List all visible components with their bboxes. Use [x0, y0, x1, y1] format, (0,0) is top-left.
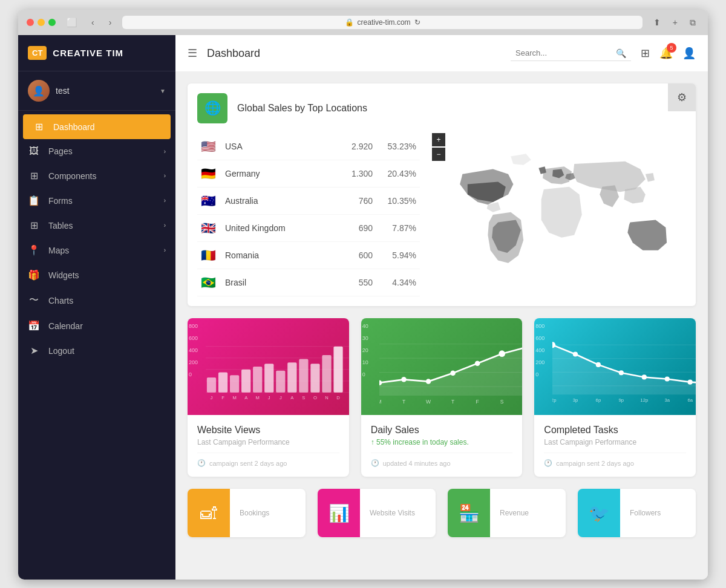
sidebar-item-widgets[interactable]: 🎁 Widgets [18, 263, 175, 287]
country-value: 690 [336, 223, 373, 233]
svg-rect-9 [253, 367, 262, 393]
svg-text:T: T [402, 399, 405, 405]
svg-rect-11 [276, 371, 285, 393]
sidebar-item-logout[interactable]: ➤ Logout [18, 338, 175, 363]
daily-sales-card: 40 30 20 10 0 [361, 318, 523, 477]
world-map: + − [432, 133, 686, 296]
svg-text:S: S [500, 399, 503, 405]
chart-subtitle: Last Campaign Performance [197, 438, 339, 446]
url-bar: 🔒 creative-tim.com ↻ [122, 16, 642, 29]
tasks-y-labels: 800 600 400 200 0 [535, 323, 544, 377]
sidebar-item-tables[interactable]: ⊞ Tables › [18, 213, 175, 238]
map-card-title: Global Sales by Top Locations [237, 103, 367, 114]
search-input[interactable] [515, 48, 612, 57]
flag-australia: 🇦🇺 [201, 194, 218, 208]
followers-info: Followers [620, 501, 670, 524]
country-pct: 53.23% [380, 142, 416, 151]
svg-rect-10 [264, 364, 273, 393]
tasks-chart-header: 800 600 400 200 0 [534, 318, 696, 415]
notification-badge: 5 [667, 43, 676, 53]
svg-text:J: J [268, 395, 270, 400]
table-row: 🇩🇪 Germany 1.300 20.43% [197, 160, 420, 188]
revenue-icon-box: 🏪 [448, 489, 490, 537]
svg-text:D: D [336, 395, 340, 400]
new-tab-button[interactable]: + [669, 16, 681, 29]
profile-button[interactable]: 👤 [682, 47, 696, 60]
user-chevron-icon: ▼ [160, 88, 166, 94]
chart-footer: 🕐 campaign sent 2 days ago [544, 452, 686, 467]
visits-icon-box: 📊 [318, 489, 360, 537]
chart-bar-icon: 📊 [329, 503, 350, 523]
table-row: 🇷🇴 Romania 600 5.94% [197, 242, 420, 269]
sidebar-item-label: Widgets [48, 270, 166, 280]
svg-text:12p: 12p [552, 397, 556, 403]
share-button[interactable]: ⬆ [650, 16, 664, 29]
svg-rect-14 [310, 364, 319, 393]
sidebar-toggle-browser[interactable]: ⬜ [63, 16, 80, 28]
sidebar-logo: CT CREATIVE TIM [18, 35, 175, 71]
notifications-button[interactable]: 🔔 5 [659, 47, 673, 60]
svg-text:6a: 6a [688, 397, 693, 403]
chart-title: Completed Tasks [544, 425, 686, 436]
svg-text:M: M [256, 395, 260, 400]
revenue-label: Revenue [500, 509, 529, 517]
flag-brasil: 🇧🇷 [201, 275, 218, 290]
grid-button[interactable]: ⊞ [641, 47, 650, 60]
world-map-svg [432, 148, 686, 281]
chart-footer: 🕐 campaign sent 2 days ago [197, 452, 339, 467]
sidebar-item-calendar[interactable]: 📅 Calendar [18, 313, 175, 338]
back-button[interactable]: ‹ [88, 16, 98, 28]
sidebar-item-maps[interactable]: 📍 Maps › [18, 238, 175, 263]
bookings-info: Bookings [230, 501, 279, 524]
url-text: creative-tim.com [358, 18, 411, 27]
map-zoom-in-button[interactable]: + [432, 133, 445, 146]
map-zoom-out-button[interactable]: − [432, 148, 445, 161]
chart-subtitle: Last Campaign Performance [544, 438, 686, 446]
sidebar-item-forms[interactable]: 📋 Forms › [18, 188, 175, 213]
clock-icon: 🕐 [371, 459, 379, 467]
tables-icon: ⊞ [28, 220, 40, 231]
bookings-icon-box: 🛋 [188, 489, 230, 537]
svg-text:M: M [232, 395, 236, 400]
table-row: 🇦🇺 Australia 760 10.35% [197, 188, 420, 215]
svg-text:W: W [426, 399, 431, 405]
svg-rect-13 [299, 359, 308, 393]
charts-icon: 〜 [28, 294, 40, 307]
forms-arrow-icon: › [164, 197, 166, 204]
svg-point-56 [665, 376, 670, 381]
menu-button[interactable]: ☰ [188, 47, 197, 60]
country-name: United Kingdom [225, 223, 329, 233]
sofa-icon: 🛋 [200, 503, 217, 523]
country-pct: 4.34% [380, 278, 416, 287]
svg-text:F: F [221, 395, 224, 400]
sidebar-item-label: Pages [48, 146, 155, 156]
settings-button[interactable]: ⚙ [668, 83, 696, 111]
pages-arrow-icon: › [164, 148, 166, 155]
svg-text:J: J [280, 395, 282, 400]
svg-rect-7 [230, 375, 239, 393]
line-chart-svg: M T W T F S S [379, 318, 523, 415]
sidebar-item-dashboard[interactable]: ⊞ Dashboard [23, 114, 171, 139]
countries-table: 🇺🇸 USA 2.920 53.23% 🇩🇪 Germany 1.300 20.… [197, 133, 420, 296]
svg-rect-5 [207, 377, 216, 393]
clock-icon: 🕐 [544, 459, 552, 467]
user-section[interactable]: 👤 test ▼ [18, 71, 175, 111]
svg-rect-8 [241, 370, 250, 393]
forward-button[interactable]: › [105, 16, 116, 28]
sidebar-item-label: Dashboard [53, 122, 161, 132]
sidebar-item-charts[interactable]: 〜 Charts [18, 287, 175, 313]
bar-chart-y-labels: 800 600 400 200 0 [189, 323, 198, 377]
twitter-icon: 🐦 [589, 503, 610, 523]
country-pct: 7.87% [380, 223, 416, 233]
store-icon: 🏪 [459, 503, 480, 523]
line-chart-header: 40 30 20 10 0 [361, 318, 523, 415]
svg-rect-16 [333, 347, 342, 393]
sidebar-item-label: Logout [48, 346, 166, 356]
windows-button[interactable]: ⧉ [686, 16, 699, 29]
country-pct: 20.43% [380, 169, 416, 178]
sidebar-item-pages[interactable]: 🖼 Pages › [18, 139, 175, 163]
dashboard-icon: ⊞ [33, 121, 45, 132]
svg-text:A: A [244, 395, 248, 400]
svg-point-54 [619, 370, 624, 375]
sidebar-item-components[interactable]: ⊞ Components › [18, 163, 175, 188]
